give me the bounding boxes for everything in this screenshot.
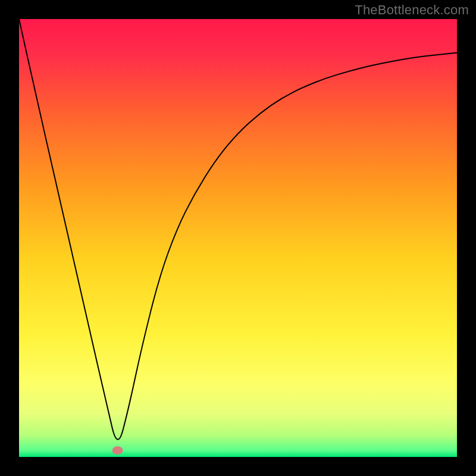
chart-container: TheBottleneck.com [0,0,476,476]
optimal-point-marker [112,446,123,455]
bottleneck-chart [0,0,476,476]
watermark-text: TheBottleneck.com [355,2,469,18]
plot-background [19,19,457,457]
